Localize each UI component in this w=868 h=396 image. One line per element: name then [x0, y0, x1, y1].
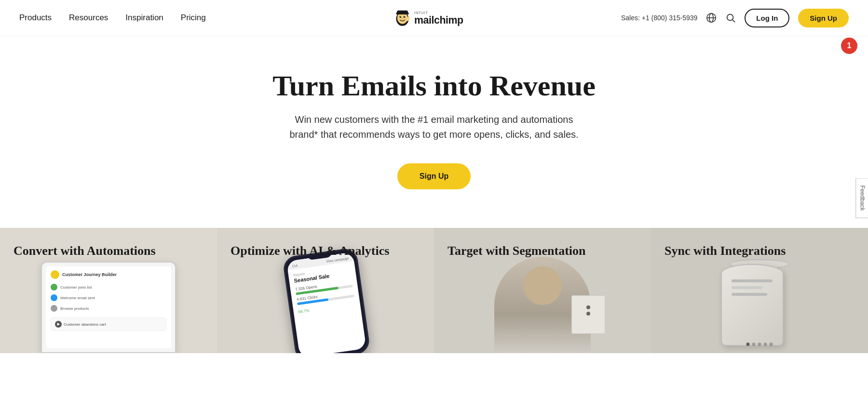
segmentation-device: [434, 257, 651, 353]
svg-point-8: [402, 18, 403, 19]
feature-title-integrations: Sync with Integrations: [665, 243, 854, 258]
cylinder-line-2: [732, 286, 762, 289]
feature-title-analytics: Optimize with AI & Analytics: [231, 243, 420, 258]
nav-pricing[interactable]: Pricing: [181, 13, 206, 23]
notebook-dot-1: [586, 305, 590, 309]
phone-screen: 114 View campaign Reports Seasonal Sale …: [286, 252, 366, 353]
cylinder-wrapper: [721, 264, 798, 353]
sales-phone: Sales: +1 (800) 315-5939: [621, 14, 697, 22]
nav-inspiration[interactable]: Inspiration: [125, 13, 163, 23]
feature-card-integrations: Sync with Integrations: [651, 228, 868, 353]
search-icon[interactable]: [725, 13, 736, 23]
integrations-device: [651, 264, 868, 353]
phone-status-num: 114: [292, 264, 298, 268]
dot-1: [746, 343, 750, 346]
nav-products[interactable]: Products: [19, 13, 52, 23]
cylinder-body: [721, 264, 784, 346]
dot-3: [758, 343, 761, 346]
hero-title: Turn Emails into Revenue: [272, 70, 596, 102]
nav-right: Sales: +1 (800) 315-5939 Log In Sign Up: [621, 9, 849, 27]
navbar: Products Resources Inspiration Pricing: [0, 0, 868, 36]
phone-mockup: 114 View campaign Reports Seasonal Sale …: [282, 247, 370, 353]
dot-5: [770, 343, 773, 346]
feature-title-automations: Convert with Automations: [14, 243, 203, 258]
abandon-play-icon: [55, 321, 62, 328]
tablet-row-1: Customer joins list: [60, 285, 92, 290]
svg-marker-17: [57, 323, 60, 326]
globe-icon[interactable]: [706, 13, 717, 23]
svg-point-7: [405, 16, 406, 17]
svg-point-6: [400, 16, 401, 17]
feature-title-segmentation: Target with Segmentation: [448, 243, 637, 258]
tablet-row-2: Welcome email sent: [60, 296, 95, 300]
cylinder-line-1: [732, 279, 773, 282]
login-button[interactable]: Log In: [745, 9, 789, 27]
carousel-dots: [746, 343, 773, 346]
signup-button-hero[interactable]: Sign Up: [397, 163, 471, 189]
notification-badge: 1: [841, 38, 857, 54]
svg-line-16: [732, 20, 735, 22]
svg-point-15: [727, 14, 733, 21]
features-section: Convert with Automations Customer Journe…: [0, 228, 868, 353]
dot-4: [764, 343, 767, 346]
tablet-logo: [51, 270, 59, 279]
hero-section: Turn Emails into Revenue Win new custome…: [0, 36, 868, 228]
analytics-device: 114 View campaign Reports Seasonal Sale …: [217, 247, 434, 353]
tablet-row-3: Browse products: [60, 306, 89, 311]
nav-left: Products Resources Inspiration Pricing: [19, 13, 206, 23]
notebook-mock: [571, 295, 605, 334]
feature-card-automations: Convert with Automations Customer Journe…: [0, 228, 217, 353]
feature-card-segmentation: Target with Segmentation: [434, 228, 651, 353]
abandon-cart-label: Customer abandons cart: [64, 322, 106, 327]
face-oval: [523, 266, 562, 305]
svg-rect-3: [397, 11, 408, 14]
dot-gray: [51, 305, 57, 312]
dot-blue: [51, 294, 57, 301]
tablet-app-title: Customer Journey Builder: [62, 272, 117, 277]
notebook-dot-2: [586, 312, 590, 316]
hero-subtitle: Win new customers with the #1 email mark…: [280, 112, 588, 142]
cylinder-line-3: [732, 293, 767, 296]
svg-text:mailchimp: mailchimp: [414, 14, 463, 26]
dot-2: [752, 343, 756, 346]
phone-pct: 66.7%: [298, 308, 310, 314]
automations-device: Customer Journey Builder Customer joins …: [0, 257, 217, 353]
logo[interactable]: INTUIT mailchimp: [391, 6, 477, 30]
tablet-mockup: Customer Journey Builder Customer joins …: [41, 262, 176, 353]
svg-point-4: [399, 16, 401, 18]
svg-point-5: [404, 16, 406, 18]
feature-card-analytics: Optimize with AI & Analytics 114 View ca…: [217, 228, 434, 353]
person-silhouette: [494, 257, 591, 353]
nav-resources[interactable]: Resources: [69, 13, 108, 23]
abandon-cart-row: Customer abandons cart: [51, 317, 166, 331]
mailchimp-logo: INTUIT mailchimp: [391, 6, 477, 30]
feedback-tab[interactable]: Feedback: [856, 178, 868, 218]
dot-green: [51, 284, 57, 290]
signup-button-nav[interactable]: Sign Up: [798, 9, 849, 27]
